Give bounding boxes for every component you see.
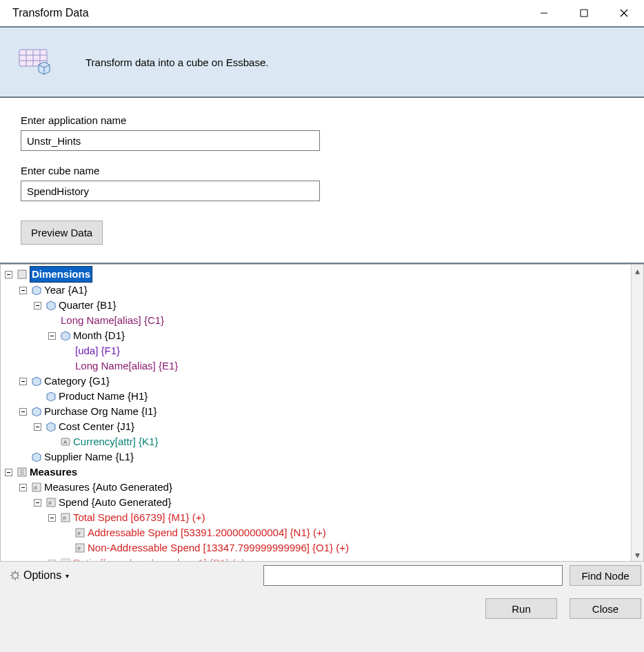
cube-icon: [32, 285, 41, 295]
collapse-icon[interactable]: [19, 408, 27, 416]
svg-marker-21: [47, 422, 55, 431]
gear-icon: [10, 571, 19, 580]
cube-icon: [46, 300, 56, 310]
tree-label: Non-Addressable Spend [13347.79999999999…: [88, 540, 349, 556]
tree-label: Long Name[alias] {E1}: [75, 358, 178, 374]
collapse-icon[interactable]: [19, 287, 27, 294]
tree-node-nonaddressable-spend[interactable]: # Non-Addressable Spend [13347.799999999…: [63, 540, 631, 556]
tree-node-month[interactable]: Month {D1} [uda] {F1}: [48, 328, 631, 374]
no-expand-spacer: [63, 347, 70, 355]
svg-marker-20: [32, 407, 41, 416]
tree-node-category[interactable]: Category {G1} Product Name {H1}: [19, 374, 631, 404]
minimize-button[interactable]: [524, 0, 564, 26]
tree-node-purchase-org[interactable]: Purchase Org Name {I1} Cost Center {J1}: [19, 404, 631, 449]
tree-node-dimensions[interactable]: Dimensions Year {A1}: [5, 266, 631, 465]
svg-text:#: #: [48, 500, 52, 507]
cube-name-label: Enter cube name: [21, 165, 623, 176]
tree-node-product-name[interactable]: Product Name {H1}: [34, 389, 631, 404]
collapse-icon[interactable]: [34, 423, 41, 431]
application-name-input[interactable]: [21, 130, 320, 151]
collapse-icon[interactable]: [19, 484, 27, 491]
tree-label: [uda] {F1}: [75, 343, 120, 358]
tree-node-total-spend[interactable]: # Total Spend [66739] {M1} (+): [48, 510, 631, 556]
minimize-icon: [540, 9, 548, 17]
cube-icon: [32, 407, 41, 416]
svg-rect-1: [581, 10, 587, 17]
scroll-down-icon[interactable]: ▾: [632, 549, 643, 561]
svg-text:#: #: [63, 515, 66, 522]
tree-node-quarter[interactable]: Quarter {B1} Long Name[alias] {C1}: [34, 298, 631, 374]
collapse-icon[interactable]: [5, 271, 12, 278]
collapse-icon[interactable]: [48, 514, 56, 522]
chevron-down-icon: ▾: [66, 572, 69, 580]
tree-label: Measures {Auto Generated}: [44, 480, 172, 495]
maximize-button[interactable]: [564, 0, 604, 26]
measures-icon: #: [75, 543, 85, 553]
svg-text:#: #: [34, 485, 37, 491]
run-button[interactable]: Run: [485, 598, 557, 619]
tree-node-month-uda[interactable]: [uda] {F1}: [63, 343, 631, 358]
tree-label: Ratio [formula:calyearder=-1] {P1} (+): [73, 556, 245, 561]
banner-text: Transform data into a cube on Essbase.: [85, 57, 268, 68]
no-expand-spacer: [63, 529, 70, 537]
tree-node-spend-auto[interactable]: # Spend {Auto Generated}: [34, 495, 631, 561]
options-dropdown[interactable]: Options ▾: [10, 569, 69, 582]
application-name-label: Enter application name: [21, 114, 623, 126]
maximize-icon: [580, 9, 588, 17]
window-title: Transform Data: [0, 7, 89, 19]
tree-node-quarter-longname[interactable]: Long Name[alias] {C1}: [48, 313, 631, 328]
expand-icon[interactable]: [48, 560, 56, 562]
tree-label: Currency[attr] {K1}: [73, 434, 158, 449]
tree-label: Cost Center {J1}: [59, 419, 134, 434]
find-node-input[interactable]: [263, 565, 563, 586]
tree-label: Total Spend [66739] {M1} (+): [73, 510, 205, 525]
close-window-button[interactable]: [604, 0, 644, 26]
measures-icon: #: [61, 513, 70, 522]
dimension-tree[interactable]: Dimensions Year {A1}: [1, 265, 631, 561]
svg-line-49: [18, 572, 19, 573]
tree-panel: Dimensions Year {A1}: [0, 264, 644, 562]
tree-node-supplier[interactable]: Supplier Name {L1}: [19, 449, 631, 465]
tree-node-month-longname[interactable]: Long Name[alias] {E1}: [63, 358, 631, 374]
measures-icon: #: [46, 498, 56, 507]
measures-icon: #: [32, 482, 41, 492]
svg-marker-15: [32, 286, 41, 295]
tree-label: Product Name {H1}: [59, 389, 148, 404]
tree-label: Quarter {B1}: [59, 298, 116, 313]
tree-label: Addressable Spend [53391.200000000004] {…: [88, 525, 326, 540]
tree-node-addressable-spend[interactable]: # Addressable Spend [53391.200000000004]…: [63, 525, 631, 540]
tree-label: Purchase Org Name {I1}: [44, 404, 157, 419]
tree-label: Long Name[alias] {C1}: [61, 313, 164, 328]
cube-name-input[interactable]: [21, 181, 320, 201]
svg-point-41: [12, 573, 18, 578]
window-controls: [524, 0, 644, 26]
preview-data-button[interactable]: Preview Data: [21, 221, 103, 245]
tree-node-cost-center[interactable]: Cost Center {J1} A: [34, 419, 631, 449]
svg-line-46: [12, 572, 13, 573]
collapse-icon[interactable]: [5, 469, 12, 476]
titlebar: Transform Data: [0, 0, 644, 26]
close-button[interactable]: Close: [570, 598, 641, 619]
tree-scrollbar[interactable]: ▴ ▾: [631, 265, 643, 561]
tree-node-measures-root[interactable]: Measures # Measures {Auto Generated}: [5, 465, 631, 561]
no-expand-spacer: [48, 438, 56, 446]
find-node-button[interactable]: Find Node: [570, 565, 641, 586]
svg-line-48: [12, 578, 13, 580]
tree-node-currency-attr[interactable]: A Currency[attr] {K1}: [48, 434, 631, 449]
tree-node-ratio-partial[interactable]: # Ratio [formula:calyearder=-1] {P1} (+): [48, 556, 631, 561]
collapse-icon[interactable]: [34, 302, 41, 309]
attribute-icon: A: [61, 437, 70, 447]
dimension-icon: [17, 269, 27, 279]
cube-icon: [32, 376, 41, 386]
collapse-icon[interactable]: [19, 378, 27, 385]
scroll-up-icon[interactable]: ▴: [632, 265, 643, 277]
collapse-icon[interactable]: [48, 332, 56, 340]
tree-node-measures-auto[interactable]: # Measures {Auto Generated} #: [19, 480, 631, 561]
tree-node-year[interactable]: Year {A1} Quarter {B1}: [19, 283, 631, 374]
svg-text:#: #: [77, 545, 81, 552]
no-expand-spacer: [48, 317, 56, 325]
measures-icon: #: [61, 558, 70, 561]
collapse-icon[interactable]: [34, 499, 41, 507]
cube-icon: [46, 391, 56, 401]
tree-label: Spend {Auto Generated}: [59, 495, 171, 510]
